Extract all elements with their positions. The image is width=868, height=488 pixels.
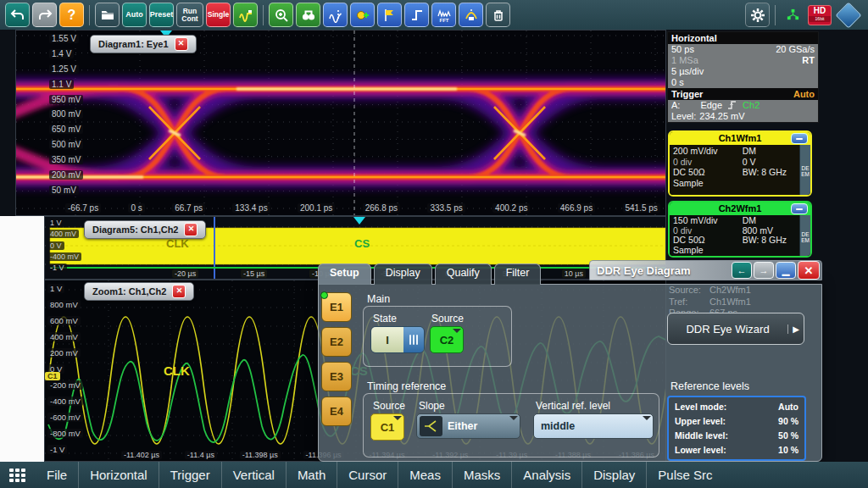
- diagram5-tab[interactable]: Diagram5: Ch1,Ch2 ✕: [84, 220, 206, 239]
- minimize-icon[interactable]: [791, 203, 808, 214]
- x-tick-label: 66.7 ps: [172, 203, 205, 213]
- toolbar-separator: [89, 5, 90, 25]
- zoom-icon: [274, 8, 289, 23]
- mask-test-button[interactable]: [459, 3, 483, 27]
- autoset-button[interactable]: Auto: [122, 3, 147, 27]
- ref-level-label: Level mode:: [675, 402, 726, 412]
- preset-button[interactable]: Preset: [149, 3, 174, 27]
- dialog-tab[interactable]: Qualify: [435, 263, 492, 285]
- open-file-button[interactable]: [95, 3, 120, 27]
- dialog-forward-button[interactable]: →: [754, 262, 774, 279]
- minimize-icon[interactable]: [791, 133, 808, 144]
- ddr-eye-wizard-button[interactable]: DDR Eye Wizard ▶: [667, 313, 804, 345]
- menu-item[interactable]: Math: [286, 462, 337, 488]
- ch2-scale: 150 mV/div: [673, 216, 743, 226]
- dialog-close-button[interactable]: ✕: [798, 261, 820, 280]
- dialog-tab[interactable]: Setup: [318, 263, 371, 285]
- menu-item[interactable]: Horizontal: [78, 462, 159, 488]
- cursor-button[interactable]: [323, 3, 348, 27]
- menu-item[interactable]: Vertical: [221, 462, 286, 488]
- eye-slot-button[interactable]: E1: [321, 292, 352, 322]
- y-tick-label: -200 mV: [47, 380, 83, 390]
- flag-icon: [382, 8, 398, 23]
- cursor-c1-marker[interactable]: C1: [45, 372, 60, 380]
- eye-diagram-tab[interactable]: Diagram1: Eye1 ✕: [90, 35, 197, 53]
- chevron-down-icon: [509, 416, 518, 420]
- zoom1-tab[interactable]: Zoom1: Ch1,Ch2 ✕: [84, 282, 194, 301]
- apps-menu-button[interactable]: [5, 465, 31, 485]
- slope-select[interactable]: Either: [416, 413, 520, 439]
- ch2-title: Ch2Wfm1: [719, 203, 762, 214]
- settings-button[interactable]: [745, 3, 770, 27]
- state-toggle[interactable]: I: [370, 326, 425, 353]
- y-tick-label: 350 mV: [49, 155, 83, 164]
- resolution-value: 50 ps: [671, 44, 694, 55]
- ref-level-label: Lower level:: [675, 445, 726, 455]
- y-tick-label: 950 mV: [49, 95, 83, 104]
- ch1-signal-box[interactable]: Ch1Wfm1 200 mV/divDM 0 div0 V DC 50ΩBW: …: [668, 130, 812, 197]
- menu-item[interactable]: Meas: [398, 462, 452, 488]
- eye-slot-button[interactable]: E4: [321, 396, 352, 426]
- ref-level-value: 50 %: [778, 430, 798, 441]
- eye-diagram-panel[interactable]: Diagram1: Eye1 ✕ 1.55 V1.4 V1.25 V1.1 V9…: [15, 30, 666, 216]
- dialog-tab[interactable]: Display: [374, 263, 432, 285]
- timing-source-label: Source: [373, 400, 405, 412]
- reference-levels-box[interactable]: Level mode:AutoUpper level:90 %Middle le…: [667, 396, 806, 461]
- menu-item[interactable]: Analysis: [511, 462, 581, 488]
- hd-bits-label: 16bit: [809, 16, 831, 22]
- menu-items: FileHorizontalTriggerVerticalMathCursorM…: [36, 462, 724, 488]
- undo-button[interactable]: [5, 3, 30, 27]
- timing-source-select[interactable]: C1: [370, 413, 404, 441]
- redo-button[interactable]: [32, 3, 57, 27]
- menu-item[interactable]: Display: [581, 462, 646, 488]
- main-source-select[interactable]: C2: [430, 326, 464, 353]
- dialog-titlebar[interactable]: DDR Eye Diagram ← → ▁ ✕: [589, 260, 822, 280]
- annotation-button[interactable]: [377, 3, 402, 27]
- single-button[interactable]: Single: [206, 3, 231, 27]
- x-tick-label: 466.9 ps: [558, 203, 595, 213]
- close-icon[interactable]: ✕: [172, 285, 186, 298]
- x-tick-label: 541.5 ps: [623, 203, 660, 213]
- hd-mode-badge[interactable]: HD 16bit: [808, 5, 832, 25]
- y-tick-label: 0 V: [47, 241, 64, 250]
- close-icon[interactable]: ✕: [184, 223, 198, 236]
- menu-item[interactable]: Cursor: [337, 462, 398, 488]
- dialog-back-button[interactable]: ←: [732, 262, 752, 279]
- fft-button[interactable]: FFT: [431, 3, 456, 27]
- y-tick-label: -400 mV: [47, 252, 81, 261]
- menu-item[interactable]: Trigger: [159, 462, 221, 488]
- dialog-tabs: SetupDisplayQualifyFilter: [318, 263, 541, 285]
- record-length-value: 1 MSa: [671, 55, 698, 66]
- dialog-title: DDR Eye Diagram: [597, 264, 730, 277]
- vref-select[interactable]: middle: [533, 413, 654, 439]
- trigger-position-marker[interactable]: [353, 217, 365, 225]
- ref-level-value: 90 %: [778, 416, 798, 426]
- waveform-generator-button[interactable]: [233, 3, 258, 27]
- run-cont-button[interactable]: Run Cont: [176, 3, 203, 27]
- toolbar: ? Auto Preset Run Cont Single FFT: [0, 0, 868, 30]
- trigger-edge-button[interactable]: [404, 3, 429, 27]
- dialog-tab[interactable]: Filter: [494, 263, 542, 285]
- trigger-type-value: Edge: [700, 100, 722, 111]
- eye-x-axis: -66.7 ps0 s66.7 ps133.4 ps200.1 ps266.8 …: [65, 203, 660, 213]
- zoom1-tab-label: Zoom1: Ch1,Ch2: [92, 286, 166, 297]
- ch2-signal-box[interactable]: Ch2Wfm1 150 mV/divDM 0 div800 mV DC 50ΩB…: [668, 201, 812, 258]
- dialog-minimize-button[interactable]: ▁: [776, 262, 796, 279]
- menu-item[interactable]: Masks: [452, 462, 511, 488]
- search-button[interactable]: [296, 3, 320, 27]
- eye-slot-button[interactable]: E2: [321, 327, 352, 357]
- main-source-value: C2: [440, 334, 454, 347]
- menu-item[interactable]: File: [36, 462, 78, 488]
- delete-button[interactable]: [486, 3, 510, 27]
- close-icon[interactable]: ✕: [175, 37, 188, 51]
- measure-button[interactable]: [350, 3, 375, 27]
- ch1-scale: 200 mV/div: [673, 146, 743, 157]
- zoom-button[interactable]: [269, 3, 293, 27]
- help-button[interactable]: ?: [59, 3, 84, 27]
- y-tick-label: 650 mV: [49, 125, 83, 134]
- horizontal-trigger-panel[interactable]: Horizontal 50 ps20 GSa/s 1 MSaRT 5 µs/di…: [667, 31, 819, 123]
- x-tick-label: 200.1 ps: [298, 203, 335, 213]
- x-tick-label: -15 µs: [241, 269, 267, 278]
- eye-slot-button[interactable]: E3: [321, 362, 352, 391]
- menu-item[interactable]: Pulse Src: [646, 462, 723, 488]
